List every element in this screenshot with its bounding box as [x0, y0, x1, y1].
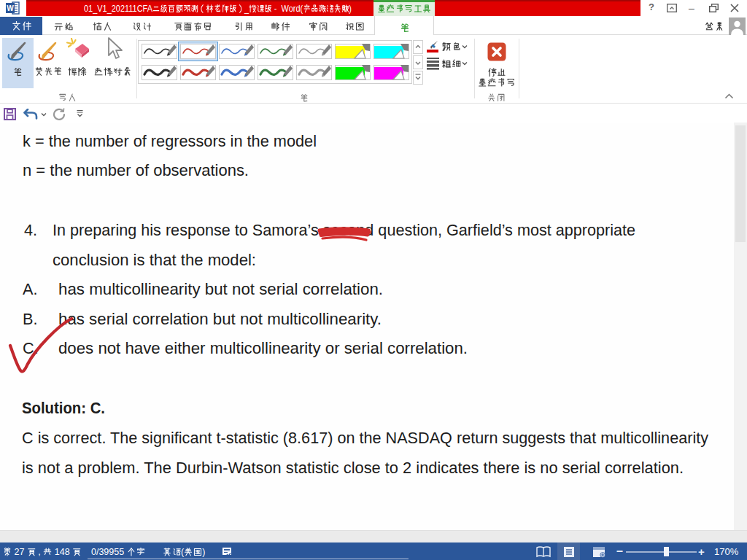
svg-text:W: W	[7, 4, 14, 12]
